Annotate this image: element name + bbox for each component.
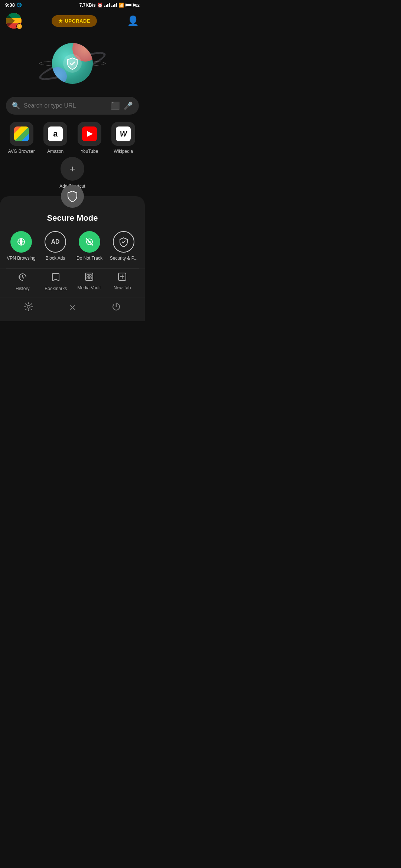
search-bar[interactable]: 🔍 ⬛ 🎤 <box>6 97 139 115</box>
security-icon-circle <box>113 231 134 253</box>
add-shortcut-item[interactable]: + Add Shortcut <box>6 157 139 189</box>
svg-rect-8 <box>85 273 93 280</box>
battery-percent: 82 <box>135 3 140 7</box>
ad-text: AD <box>51 239 59 245</box>
secure-mode-title: Secure Mode <box>0 213 145 223</box>
history-icon <box>18 273 27 284</box>
track-icon-circle <box>79 231 100 253</box>
close-icon[interactable]: ✕ <box>69 303 76 313</box>
vpn-label: VPN Browsing <box>7 256 35 261</box>
svg-rect-11 <box>87 277 89 279</box>
svg-rect-12 <box>89 277 91 279</box>
avg-browser-icon-wrap <box>10 122 33 146</box>
signal-bars-2 <box>111 3 117 7</box>
amazon-icon: a <box>48 126 63 141</box>
vpn-flag-container[interactable]: ⚡ <box>6 13 22 29</box>
youtube-play-icon <box>87 131 93 137</box>
secure-features-grid: VPN Browsing AD Block Ads Do Not Track <box>0 231 145 268</box>
planet-graphic <box>43 37 102 89</box>
status-bar: 9:38 🌐 7.7KB/s ⏰ 📶 82 <box>0 0 145 9</box>
search-input[interactable] <box>24 102 107 109</box>
secure-panel: Secure Mode VPN Browsing AD Block Ad <box>0 196 145 321</box>
search-actions: ⬛ 🎤 <box>111 101 133 110</box>
nav-bookmarks[interactable]: Bookmarks <box>39 273 73 291</box>
shortcut-avg-browser[interactable]: AVG Browser <box>6 122 37 154</box>
wikipedia-label: Wikipedia <box>114 149 133 154</box>
upgrade-label: UPGRADE <box>65 18 90 24</box>
shortcut-wikipedia[interactable]: W Wikipedia <box>108 122 139 154</box>
planet-globe <box>52 43 93 84</box>
nav-media-vault[interactable]: Media Vault <box>72 273 106 291</box>
header: ⚡ ★ UPGRADE 👤 <box>0 9 145 34</box>
bookmarks-label: Bookmarks <box>45 286 67 291</box>
shortcuts-grid: AVG Browser a Amazon YouTube W Wikipedia <box>6 122 139 154</box>
microphone-icon[interactable]: 🎤 <box>124 101 133 110</box>
feature-security[interactable]: Security & P... <box>108 231 139 261</box>
amazon-icon-wrap: a <box>43 122 67 146</box>
feature-vpn-browsing[interactable]: VPN Browsing <box>6 231 36 261</box>
feature-block-ads[interactable]: AD Block Ads <box>40 231 71 261</box>
bottom-nav: History Bookmarks Media Vault <box>0 269 145 297</box>
ad-icon-circle: AD <box>45 231 66 253</box>
youtube-label: YouTube <box>81 149 98 154</box>
search-icon: 🔍 <box>12 102 20 110</box>
svg-rect-9 <box>87 274 89 276</box>
hero-section <box>0 34 145 97</box>
alarm-icon: ⏰ <box>97 3 103 8</box>
upgrade-star-icon: ★ <box>58 18 63 24</box>
security-label: Security & P... <box>110 256 137 261</box>
history-label: History <box>16 286 29 291</box>
shortcuts-section: AVG Browser a Amazon YouTube W Wikipedia <box>0 122 145 193</box>
settings-icon[interactable] <box>24 302 33 314</box>
shield-check-icon <box>67 57 78 70</box>
wikipedia-icon: W <box>116 126 131 141</box>
shortcut-amazon[interactable]: a Amazon <box>40 122 71 154</box>
wifi-icon2: 📶 <box>118 3 124 8</box>
amazon-label: Amazon <box>47 149 63 154</box>
new-tab-icon <box>118 273 126 283</box>
block-ads-label: Block Ads <box>46 256 65 261</box>
svg-rect-10 <box>89 274 91 276</box>
media-vault-label: Media Vault <box>78 285 101 290</box>
wikipedia-icon-wrap: W <box>111 122 135 146</box>
vpn-badge: ⚡ <box>16 23 22 29</box>
shortcut-youtube[interactable]: YouTube <box>74 122 105 154</box>
do-not-track-label: Do Not Track <box>76 256 102 261</box>
upgrade-button[interactable]: ★ UPGRADE <box>52 15 97 27</box>
nav-history[interactable]: History <box>6 273 39 291</box>
nav-new-tab[interactable]: New Tab <box>106 273 139 291</box>
vpn-icon-circle <box>10 231 32 253</box>
avg-browser-icon <box>14 126 29 141</box>
feature-do-not-track[interactable]: Do Not Track <box>74 231 105 261</box>
bookmarks-icon <box>52 273 60 284</box>
qr-code-icon[interactable]: ⬛ <box>111 101 120 110</box>
power-icon[interactable] <box>111 302 121 314</box>
status-time: 9:38 <box>5 2 15 8</box>
secure-shield-button[interactable] <box>61 185 84 208</box>
bottom-bar: ✕ <box>0 297 145 321</box>
media-vault-icon <box>85 273 93 283</box>
avg-browser-label: AVG Browser <box>8 149 35 154</box>
youtube-icon-wrap <box>78 122 101 146</box>
network-speed: 7.7KB/s <box>79 3 96 8</box>
wifi-icon: 🌐 <box>17 3 22 7</box>
signal-bars-1 <box>104 3 110 7</box>
search-section: 🔍 ⬛ 🎤 <box>0 97 145 122</box>
svg-point-2 <box>20 241 22 243</box>
youtube-icon <box>82 126 97 141</box>
svg-point-16 <box>27 305 30 308</box>
user-profile-icon[interactable]: 👤 <box>127 15 139 27</box>
plus-icon: + <box>69 163 75 175</box>
add-shortcut-icon: + <box>61 157 84 181</box>
battery-icon <box>125 3 134 7</box>
new-tab-label: New Tab <box>114 285 131 290</box>
